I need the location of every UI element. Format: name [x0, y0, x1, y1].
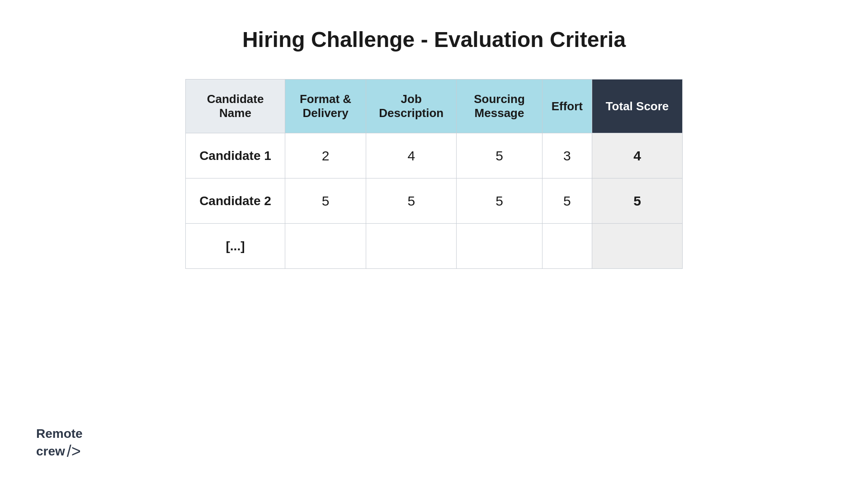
candidate-2-name: Candidate 2	[186, 178, 285, 224]
header-effort: Effort	[542, 80, 592, 133]
header-total-score: Total Score	[592, 80, 683, 133]
page-title: Hiring Challenge - Evaluation Criteria	[242, 27, 626, 52]
header-candidate-name: Candidate Name	[186, 80, 285, 133]
candidate-1-effort: 3	[542, 133, 592, 178]
logo-remote: Remote	[36, 426, 83, 441]
logo-text: Remote crew />	[36, 426, 83, 461]
candidate-2-total: 5	[592, 178, 683, 224]
candidate-placeholder-job	[366, 224, 457, 269]
candidate-1-sourcing: 5	[457, 133, 542, 178]
logo-bracket: />	[67, 441, 81, 461]
candidate-1-job: 4	[366, 133, 457, 178]
candidate-placeholder-total	[592, 224, 683, 269]
evaluation-table: Candidate Name Format & Delivery Job Des…	[185, 79, 683, 269]
table-row: [...]	[186, 224, 683, 269]
table-header-row: Candidate Name Format & Delivery Job Des…	[186, 80, 683, 133]
candidate-1-name: Candidate 1	[186, 133, 285, 178]
candidate-placeholder-name: [...]	[186, 224, 285, 269]
candidate-2-job: 5	[366, 178, 457, 224]
logo: Remote crew />	[36, 426, 83, 461]
candidate-placeholder-effort	[542, 224, 592, 269]
candidate-1-total: 4	[592, 133, 683, 178]
candidate-2-effort: 5	[542, 178, 592, 224]
table-row: Candidate 1 2 4 5 3 4	[186, 133, 683, 178]
header-job-description: Job Description	[366, 80, 457, 133]
candidate-placeholder-sourcing	[457, 224, 542, 269]
candidate-2-format: 5	[285, 178, 366, 224]
header-format-delivery: Format & Delivery	[285, 80, 366, 133]
table-row: Candidate 2 5 5 5 5 5	[186, 178, 683, 224]
candidate-1-format: 2	[285, 133, 366, 178]
candidate-2-sourcing: 5	[457, 178, 542, 224]
logo-crew: crew />	[36, 441, 83, 461]
page-container: Hiring Challenge - Evaluation Criteria C…	[0, 0, 868, 488]
table-wrapper: Candidate Name Format & Delivery Job Des…	[185, 79, 683, 269]
header-sourcing-message: Sourcing Message	[457, 80, 542, 133]
candidate-placeholder-format	[285, 224, 366, 269]
logo-crew-text: crew	[36, 444, 65, 459]
